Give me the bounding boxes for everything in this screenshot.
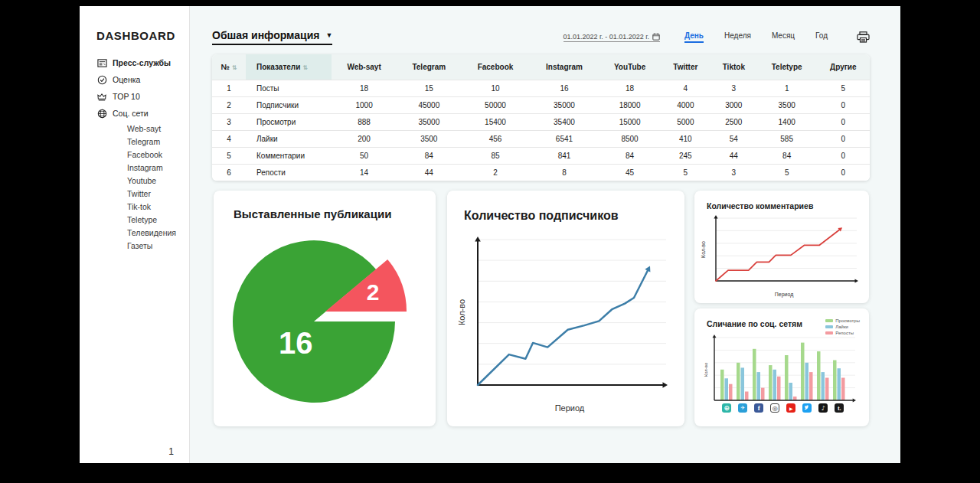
sidebar-item-label: Оценка bbox=[113, 75, 140, 84]
table-cell: 10 bbox=[461, 80, 529, 97]
table-cell: 8 bbox=[530, 165, 599, 181]
subscribers-line-card: Количество подписчиков ПериодКол-во bbox=[447, 191, 684, 426]
sidebar-subitem-8[interactable]: Телевидения bbox=[80, 226, 189, 239]
bar-facebook-2 bbox=[761, 388, 765, 400]
charts-row: Выставленные публикации 16 2 Количество … bbox=[212, 191, 870, 426]
column-header-1[interactable]: Показатели⇅ bbox=[246, 54, 332, 80]
sidebar-item-label: Соц. сети bbox=[113, 109, 149, 118]
table-cell: 1 bbox=[212, 80, 246, 97]
sort-icon: ⇅ bbox=[302, 64, 308, 71]
sidebar-subitem-7[interactable]: Teletype bbox=[80, 213, 189, 226]
sidebar-item-2[interactable]: TOP 10 bbox=[80, 88, 189, 105]
legend-item: Лайки bbox=[825, 325, 860, 329]
table-cell: 45000 bbox=[397, 97, 461, 114]
sidebar-item-1[interactable]: Оценка bbox=[80, 71, 189, 88]
pie-chart: 16 2 bbox=[214, 224, 436, 415]
table-cell: 1000 bbox=[332, 97, 397, 114]
table-cell: 4 bbox=[212, 131, 246, 148]
sidebar-subitem-5[interactable]: Twitter bbox=[80, 187, 189, 200]
bar-web-sayt-2 bbox=[729, 384, 733, 400]
pie-label-red: 2 bbox=[367, 279, 380, 305]
sidebar-item-3[interactable]: Соц. сети bbox=[80, 105, 189, 122]
newspaper-icon bbox=[96, 57, 107, 68]
bar-telegram-1 bbox=[741, 367, 745, 400]
header-row: №⇅Показатели⇅Web-saytTelegramFacebookIns… bbox=[212, 54, 870, 80]
topbar-right: 01.01.2022 г. - 01.01.2022 г. ДеньНеделя… bbox=[564, 31, 870, 43]
legend-swatch bbox=[825, 325, 833, 328]
table-cell: Репости bbox=[246, 165, 332, 181]
table-cell: 5 bbox=[757, 165, 817, 181]
social-bars-chart: Кол-во⊕✈f◎▶♪t. bbox=[702, 330, 863, 413]
table-row: 5Комментарии5084858418424544840 bbox=[212, 148, 870, 165]
table-cell: 0 bbox=[817, 165, 870, 181]
sidebar-subitem-0[interactable]: Web-sayt bbox=[80, 122, 189, 135]
comments-line-chart: ПериодКол-во bbox=[699, 212, 869, 302]
sidebar-subitem-9[interactable]: Газеты bbox=[80, 239, 189, 252]
table-cell: 888 bbox=[332, 114, 397, 131]
column-header-10: Другие bbox=[817, 54, 870, 80]
sidebar-subitem-3[interactable]: Instagram bbox=[80, 161, 189, 174]
column-header-4: Facebook bbox=[461, 54, 529, 80]
table-cell: 6541 bbox=[530, 131, 599, 148]
table-cell: 0 bbox=[817, 148, 870, 165]
tab-1[interactable]: Неделя bbox=[724, 31, 751, 43]
teletype-icon: t. bbox=[835, 403, 844, 413]
crown-icon bbox=[96, 91, 107, 102]
table-cell: 0 bbox=[817, 131, 870, 148]
table-cell: 1 bbox=[757, 80, 817, 97]
table-cell: 16 bbox=[530, 80, 599, 97]
x-axis-label: Период bbox=[555, 403, 585, 413]
column-header-3: Telegram bbox=[397, 54, 461, 80]
column-header-0[interactable]: №⇅ bbox=[212, 54, 246, 80]
comments-line-card: Количество комментариев ПериодКол-во bbox=[694, 191, 869, 303]
sidebar-item-label: Пресс-службы bbox=[113, 58, 171, 67]
table-cell: 5 bbox=[817, 80, 870, 97]
telegram-icon: ✈ bbox=[738, 403, 747, 413]
table-cell: 3 bbox=[710, 165, 757, 181]
twitter-icon bbox=[802, 403, 812, 413]
table-row: 4Лайки200350045665418500410545850 bbox=[212, 131, 870, 148]
table-cell: 841 bbox=[530, 148, 599, 165]
date-range-picker[interactable]: 01.01.2022 г. - 01.01.2022 г. bbox=[564, 33, 660, 42]
facebook-icon: f bbox=[754, 403, 763, 413]
bar-telegram-0 bbox=[737, 363, 740, 400]
table-cell: Подписчики bbox=[246, 97, 332, 114]
metrics-table-card: №⇅Показатели⇅Web-saytTelegramFacebookIns… bbox=[212, 54, 870, 181]
table-cell: 35000 bbox=[530, 97, 599, 114]
metrics-table-head: №⇅Показатели⇅Web-saytTelegramFacebookIns… bbox=[212, 54, 870, 80]
table-cell: 35400 bbox=[530, 114, 599, 131]
tab-3[interactable]: Год bbox=[815, 31, 828, 43]
table-cell: Просмотри bbox=[246, 114, 332, 131]
table-cell: 8500 bbox=[599, 131, 660, 148]
legend-label: Просмотры bbox=[835, 318, 860, 323]
table-cell: 54 bbox=[710, 131, 757, 148]
table-cell: 585 bbox=[757, 131, 817, 148]
sidebar-subitem-6[interactable]: Tik-tok bbox=[80, 200, 189, 213]
sidebar-subitem-4[interactable]: Youtube bbox=[80, 174, 189, 187]
sidebar-subitem-2[interactable]: Facebook bbox=[80, 148, 189, 161]
bar-twitter-1 bbox=[805, 363, 809, 400]
tab-0[interactable]: День bbox=[684, 31, 704, 43]
table-cell: Посты bbox=[246, 80, 332, 97]
bar-web-sayt-1 bbox=[725, 378, 729, 400]
comments-chart-title: Количество комментариев bbox=[694, 191, 869, 210]
check-circle-icon bbox=[96, 74, 107, 85]
table-cell: 50 bbox=[332, 148, 397, 165]
table-cell: 0 bbox=[817, 97, 870, 114]
youtube-icon: ▶ bbox=[786, 403, 795, 413]
globe-icon bbox=[96, 108, 107, 119]
bar-instagram-0 bbox=[769, 365, 773, 400]
date-range-label: 01.01.2022 г. - 01.01.2022 г. bbox=[564, 33, 649, 41]
sidebar-subitem-1[interactable]: Telegram bbox=[80, 135, 189, 148]
table-cell: 2 bbox=[461, 165, 529, 181]
y-axis-label: Кол-во bbox=[704, 362, 708, 377]
table-cell: 5 bbox=[661, 165, 710, 181]
bar-youtube-0 bbox=[785, 355, 789, 400]
sidebar-item-0[interactable]: Пресс-службы bbox=[80, 54, 189, 71]
tab-2[interactable]: Месяц bbox=[772, 31, 795, 43]
print-button[interactable] bbox=[857, 31, 870, 43]
column-header-5: Instagram bbox=[530, 54, 599, 80]
section-dropdown[interactable]: Обшая информация ▼ bbox=[212, 29, 332, 45]
table-cell: 84 bbox=[397, 148, 461, 165]
web-sayt-icon: ⊕ bbox=[722, 403, 731, 413]
